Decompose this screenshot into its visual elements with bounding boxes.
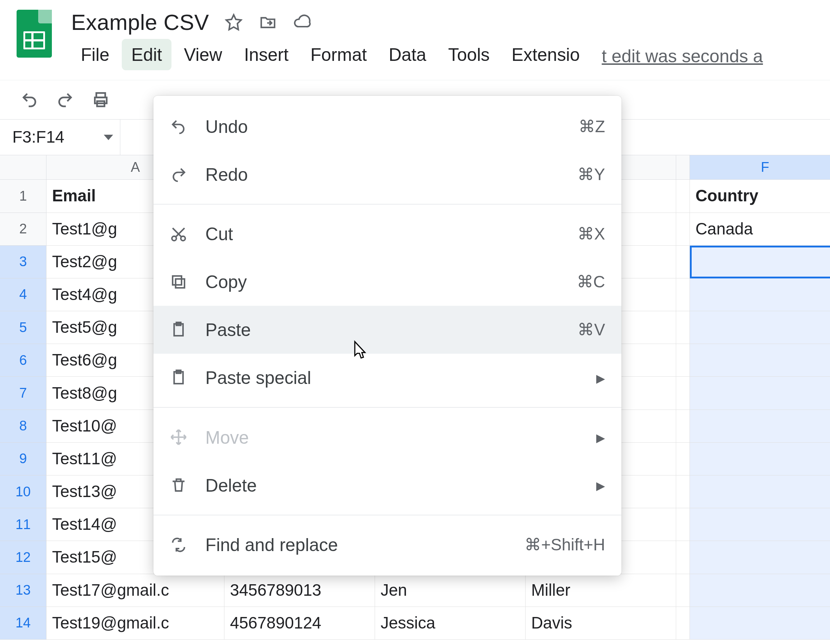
cell-E-13[interactable] [676,574,690,607]
row-header[interactable]: 2 [0,213,46,246]
document-title[interactable]: Example CSV [71,10,209,35]
cell-E-6[interactable] [676,344,690,377]
row-header[interactable]: 6 [0,344,46,377]
menu-item-paste-special[interactable]: Paste special ▸ [154,354,622,402]
submenu-arrow-icon: ▸ [596,475,605,495]
row-header[interactable]: 8 [0,410,46,443]
cell-F-4[interactable] [690,278,830,311]
row-header[interactable]: 13 [0,574,46,607]
menu-format[interactable]: Format [301,39,377,70]
move-to-folder-icon[interactable] [258,13,277,32]
svg-rect-5 [176,279,185,288]
cell-F-5[interactable] [690,311,830,344]
cell-F-3[interactable] [690,246,830,278]
cell-F-1[interactable]: Country [690,180,830,212]
cell-E-5[interactable] [676,311,690,344]
cell-E-2[interactable] [676,213,690,246]
cell-F-10[interactable] [690,475,830,508]
row-header[interactable]: 14 [0,607,46,640]
cell-E-9[interactable] [676,443,690,475]
cell-E-8[interactable] [676,410,690,443]
cell-E-4[interactable] [676,278,690,311]
row-header[interactable]: 12 [0,541,46,574]
menu-item-copy[interactable]: Copy ⌘C [154,258,622,306]
cell-A-13[interactable]: Test17@gmail.c [46,574,225,607]
cell-E-3[interactable] [676,246,690,278]
cell-E-7[interactable] [676,377,690,410]
cell-C-14[interactable]: Jessica [375,607,526,640]
menu-insert[interactable]: Insert [234,39,298,70]
row-header[interactable]: 4 [0,278,46,311]
cut-icon [168,224,189,244]
edit-dropdown-menu: Undo ⌘Z Redo ⌘Y Cut ⌘X Copy ⌘C Paste ⌘V … [154,96,622,576]
menu-view[interactable]: View [174,39,232,70]
submenu-arrow-icon: ▸ [596,367,605,388]
menu-file[interactable]: File [71,39,119,70]
cell-D-13[interactable]: Miller [526,574,676,607]
col-header-F[interactable]: F [690,155,830,180]
menubar: File Edit View Insert Format Data Tools … [71,39,763,70]
cell-F-13[interactable] [690,574,830,607]
cell-C-13[interactable]: Jen [375,574,526,607]
cloud-status-icon[interactable] [293,13,312,32]
cell-F-9[interactable] [690,443,830,475]
paste-icon [168,367,189,388]
print-icon[interactable] [90,90,111,110]
menu-item-move: Move ▸ [154,413,622,461]
find-replace-icon [168,535,189,555]
paste-icon [168,320,189,340]
sheets-logo[interactable] [17,10,52,58]
row-header[interactable]: 7 [0,377,46,410]
menu-item-paste[interactable]: Paste ⌘V [154,306,622,354]
svg-rect-6 [173,276,182,285]
undo-icon[interactable] [19,90,40,110]
cell-F-11[interactable] [690,508,830,541]
row-header[interactable]: 3 [0,246,46,278]
cell-F-8[interactable] [690,410,830,443]
row-header[interactable]: 11 [0,508,46,541]
star-icon[interactable] [224,13,243,32]
delete-icon [168,475,189,495]
menu-item-undo[interactable]: Undo ⌘Z [154,103,622,150]
name-box[interactable]: F3:F14 [0,120,120,155]
cell-F-12[interactable] [690,541,830,574]
menu-item-cut[interactable]: Cut ⌘X [154,210,622,258]
move-icon [168,427,189,448]
cell-B-13[interactable]: 3456789013 [225,574,375,607]
cell-E-12[interactable] [676,541,690,574]
name-box-value: F3:F14 [12,128,64,147]
cell-E-1[interactable] [676,180,690,212]
submenu-arrow-icon: ▸ [596,427,605,448]
cell-F-6[interactable] [690,344,830,377]
select-all-corner[interactable] [0,155,46,180]
row-header[interactable]: 5 [0,311,46,344]
cell-E-11[interactable] [676,508,690,541]
cell-E-10[interactable] [676,475,690,508]
cell-D-14[interactable]: Davis [526,607,676,640]
copy-icon [168,272,189,292]
cell-E-14[interactable] [676,607,690,640]
menu-tools[interactable]: Tools [439,39,499,70]
undo-icon [168,116,189,137]
cell-F-14[interactable] [690,607,830,640]
cell-A-14[interactable]: Test19@gmail.c [46,607,225,640]
menu-extensions[interactable]: Extensio [502,39,590,70]
cell-F-2[interactable]: Canada [690,213,830,246]
menu-item-find-replace[interactable]: Find and replace ⌘+Shift+H [154,521,622,569]
menu-data[interactable]: Data [379,39,436,70]
cell-B-14[interactable]: 4567890124 [225,607,375,640]
caret-down-icon [104,135,113,140]
redo-icon [168,164,189,185]
menu-edit[interactable]: Edit [122,39,171,70]
row-header[interactable]: 10 [0,475,46,508]
row-header[interactable]: 1 [0,180,46,212]
col-header-E[interactable] [676,155,690,180]
row-header[interactable]: 9 [0,443,46,475]
redo-icon[interactable] [55,90,75,110]
menu-item-delete[interactable]: Delete ▸ [154,461,622,509]
cell-F-7[interactable] [690,377,830,410]
last-edit-text[interactable]: t edit was seconds a [602,39,763,70]
menu-item-redo[interactable]: Redo ⌘Y [154,150,622,198]
